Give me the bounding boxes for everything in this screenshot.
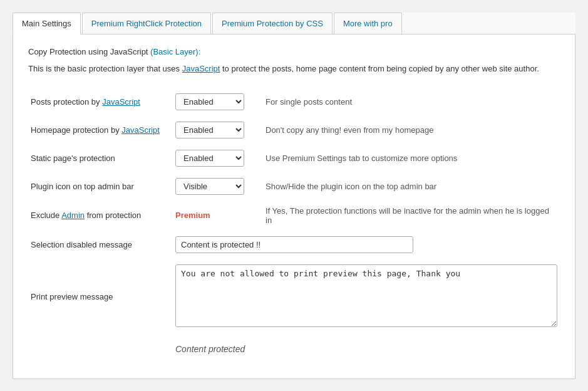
tab-css-protection[interactable]: Premium Protection by CSS [212,13,333,34]
yes-link[interactable]: Yes [272,206,286,216]
note-plugin-icon: Show/Hide the plugin icon on the top adm… [260,172,560,201]
section-title-text: Copy Protection using JavaScript [28,47,150,56]
homepage-protection-select[interactable]: Enabled Disabled [175,122,244,138]
note-homepage-protection: Don't copy any thing! even from my homep… [260,116,560,144]
row-plugin-icon: Plugin icon on top admin bar Visible Hid… [28,172,560,201]
static-protection-select[interactable]: Enabled Disabled [175,150,244,167]
basic-layer-link[interactable]: (Basic Layer): [150,47,200,56]
note-static-protection: Use Premium Settings tab to customize mo… [260,144,560,172]
settings-table: Posts protection by JavaScript Enabled D… [28,88,560,360]
select-cell-plugin-icon: Visible Hidden [173,172,260,201]
label-content-protected-empty [28,335,173,360]
row-posts-protection: Posts protection by JavaScript Enabled D… [28,88,560,116]
label-exclude-admin: Exclude Admin from protection [28,201,173,231]
label-static-protection: Static page's protection [28,144,173,172]
label-homepage-protection: Homepage protection by JavaScript [28,116,173,144]
premium-cell: Premium [173,201,260,231]
content-protected-cell: Content protected [173,335,560,360]
note-exclude-admin-post: , The protection functions will be inact… [266,206,549,225]
select-cell-posts: Enabled Disabled [173,88,260,116]
section-title: Copy Protection using JavaScript (Basic … [28,47,560,56]
javascript-link-homepage[interactable]: JavaScript [121,125,160,135]
tab-right-click[interactable]: Premium RightClick Protection [82,13,211,34]
row-selection-message: Selection disabled message [28,231,560,259]
label-posts-protection: Posts protection by JavaScript [28,88,173,116]
desc-post: to protect the posts, home page content … [220,64,539,73]
selection-message-input[interactable] [175,236,413,253]
content-protected-text: Content protected [175,344,557,354]
javascript-link-posts[interactable]: JavaScript [102,97,140,107]
tab-main-settings[interactable]: Main Settings [13,13,81,34]
row-exclude-admin: Exclude Admin from protection Premium If… [28,201,560,231]
row-print-message: Print preview message You are not allowe… [28,259,560,335]
note-posts-protection: For single posts content [260,88,560,116]
section-desc: This is the basic protection layer that … [28,63,560,75]
label-selection-message: Selection disabled message [28,231,173,259]
premium-badge: Premium [175,211,210,220]
page-wrapper: Main Settings Premium RightClick Protect… [13,13,575,391]
tab-more-pro[interactable]: More with pro [334,13,402,34]
desc-pre: This is the basic protection layer that … [28,64,182,73]
javascript-link[interactable]: JavaScript [182,64,220,73]
print-message-textarea[interactable]: You are not allowed to print preview thi… [175,264,557,327]
plugin-icon-select[interactable]: Visible Hidden [175,178,244,195]
textarea-cell-print: You are not allowed to print preview thi… [173,259,560,335]
select-cell-homepage: Enabled Disabled [173,116,260,144]
row-homepage-protection: Homepage protection by JavaScript Enable… [28,116,560,144]
admin-link[interactable]: Admin [61,211,85,220]
input-cell-selection [173,231,560,259]
tabs-bar: Main Settings Premium RightClick Protect… [13,13,575,34]
row-content-protected: Content protected [28,335,560,360]
main-panel: Copy Protection using JavaScript (Basic … [13,34,575,379]
label-print-message: Print preview message [28,259,173,335]
label-plugin-icon: Plugin icon on top admin bar [28,172,173,201]
row-static-protection: Static page's protection Enabled Disable… [28,144,560,172]
posts-protection-select[interactable]: Enabled Disabled [175,93,244,110]
select-cell-static: Enabled Disabled [173,144,260,172]
note-exclude-admin: If Yes, The protection functions will be… [260,201,560,231]
